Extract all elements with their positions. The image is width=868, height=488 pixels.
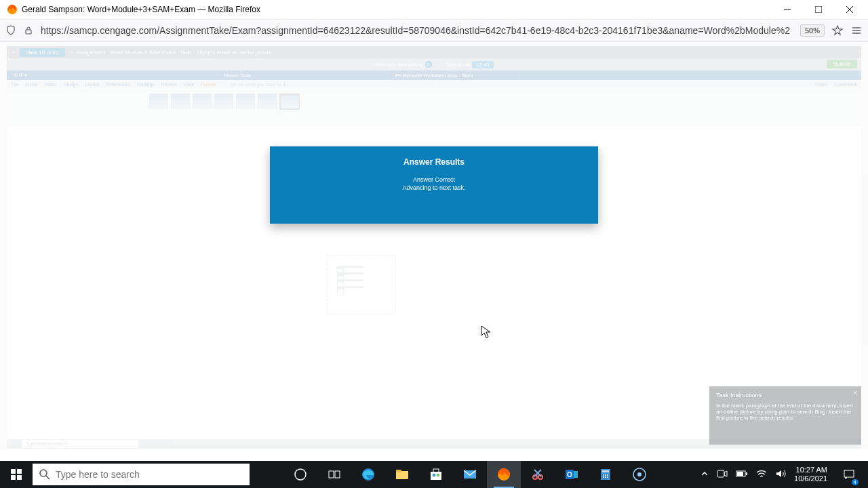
address-bar: https://samcp.cengage.com/AssignmentTake… [0,20,868,42]
assignment-label: Assignment: [77,49,106,56]
submit-button[interactable]: Submit [827,60,857,68]
tab-file[interactable]: File [11,82,18,87]
svg-rect-46 [746,472,747,475]
svg-point-43 [637,472,642,476]
assignment-name: Word Module 3 SAM Exam [111,49,176,56]
lock-icon[interactable] [23,25,34,36]
modal-line1: Answer Correct [270,176,598,183]
word-doc-title: PS Remodel Worksheet.docx - Word [395,73,473,78]
start-button[interactable] [0,461,33,488]
tab-home[interactable]: Home [25,82,38,87]
svg-point-38 [607,474,608,476]
taskbar-date: 10/6/2021 [794,474,827,483]
record-icon[interactable] [623,461,656,488]
meet-now-icon[interactable] [717,469,728,480]
tab-layout[interactable]: Layout [85,82,99,87]
attempts-label: Attempts Remaining [374,62,423,68]
shield-icon[interactable] [5,25,16,36]
svg-point-13 [40,470,47,476]
sim-search[interactable]: Type here to search [22,440,138,448]
tab-format[interactable]: Format [201,82,216,87]
minimize-button[interactable] [772,0,803,19]
timelimit-label: Time Limit [446,62,471,68]
svg-point-39 [603,476,604,478]
task-instructions-panel[interactable]: × Task Instructions In the blank paragra… [709,386,861,445]
mouse-cursor [481,325,492,339]
battery-icon[interactable] [736,470,748,479]
menu-icon[interactable] [850,24,863,37]
mail-icon[interactable] [453,461,487,488]
firefox-icon [7,4,18,15]
tab-design[interactable]: Design [63,82,78,87]
taskbar-search[interactable]: Type here to search [33,464,250,485]
svg-point-37 [605,474,606,476]
instructions-body: In the blank paragraph at the end of the… [716,403,854,421]
tab-review[interactable]: Review [161,82,177,87]
wifi-icon[interactable] [756,469,767,480]
svg-rect-44 [717,470,724,477]
taskbar-search-placeholder: Type here to search [56,469,140,480]
tab-references[interactable]: References [106,82,130,87]
sam-taskbar: ≡ Task 10 of 43 › Assignment: Word Modul… [7,46,861,58]
zoom-indicator[interactable]: 50% [800,24,825,37]
svg-text:O: O [567,471,572,479]
task-name: 18(b)01 Insert an online picture [197,49,272,56]
comments-button[interactable]: Comments [834,82,857,87]
edge-icon[interactable] [351,461,385,488]
word-titlebar: ⟲ ⟳ ▾ PS Remodel Worksheet.docx - Word P… [7,70,861,80]
svg-rect-47 [737,472,743,476]
svg-rect-23 [433,474,435,476]
close-icon[interactable]: × [853,389,857,396]
tell-me[interactable]: Tell me what you want to do... [229,82,292,87]
windows-taskbar: Type here to search O 10:27 AM 10/6/2021… [0,461,868,488]
store-icon[interactable] [419,461,453,488]
taskview-icon[interactable] [317,461,351,488]
attempts-value: 0 [425,61,432,68]
svg-rect-5 [26,30,31,34]
svg-point-41 [607,476,608,478]
outlook-icon[interactable]: O [555,461,589,488]
word-context-tab: Picture Tools [224,73,251,78]
svg-rect-11 [11,475,16,480]
exam-viewport: ≡ Task 10 of 43 › Assignment: Word Modul… [0,42,868,449]
tab-view[interactable]: View [184,82,194,87]
svg-rect-35 [602,470,609,472]
url-field[interactable]: https://samcp.cengage.com/AssignmentTake… [41,25,793,36]
taskbar-clock[interactable]: 10:27 AM 10/6/2021 [794,466,827,483]
svg-rect-16 [329,471,334,478]
firefox-taskbar-icon[interactable] [487,461,521,488]
svg-rect-10 [17,469,22,474]
cortana-icon[interactable] [283,461,317,488]
action-center-icon[interactable]: 4 [835,461,863,488]
svg-rect-9 [11,469,16,474]
tab-insert[interactable]: Insert [45,82,57,87]
window-title: Gerald Sampson: Word+Module+3+SAM+Exam —… [22,5,260,14]
volume-icon[interactable] [775,469,786,480]
calculator-icon[interactable] [589,461,623,488]
tray-chevron-icon[interactable] [701,470,709,479]
notif-count: 4 [852,479,859,485]
picture-styles-gallery[interactable] [149,94,300,110]
bookmark-icon[interactable] [831,24,844,37]
svg-rect-21 [431,472,441,480]
system-tray: 10:27 AM 10/6/2021 4 [701,461,868,488]
share-button[interactable]: Share [814,82,827,87]
svg-point-36 [603,474,604,476]
inserted-picture[interactable] [327,255,396,314]
taskbar-time: 10:27 AM [794,466,827,474]
instructions-title: Task Instructions [716,392,854,399]
task-counter[interactable]: Task 10 of 43 [20,48,66,57]
file-explorer-icon[interactable] [385,461,419,488]
tab-mailings[interactable]: Mailings [137,82,155,87]
maximize-button[interactable] [803,0,834,19]
word-ribbon-tabs: File Home Insert Design Layout Reference… [7,80,861,88]
snip-icon[interactable] [521,461,555,488]
timelimit-value: 12:45 [472,61,494,68]
close-button[interactable] [834,0,865,19]
svg-point-15 [295,469,306,480]
svg-rect-48 [844,470,854,477]
modal-title: Answer Results [270,157,598,167]
svg-rect-2 [815,6,822,13]
task-label: Task: [180,49,193,56]
svg-rect-17 [335,471,340,478]
